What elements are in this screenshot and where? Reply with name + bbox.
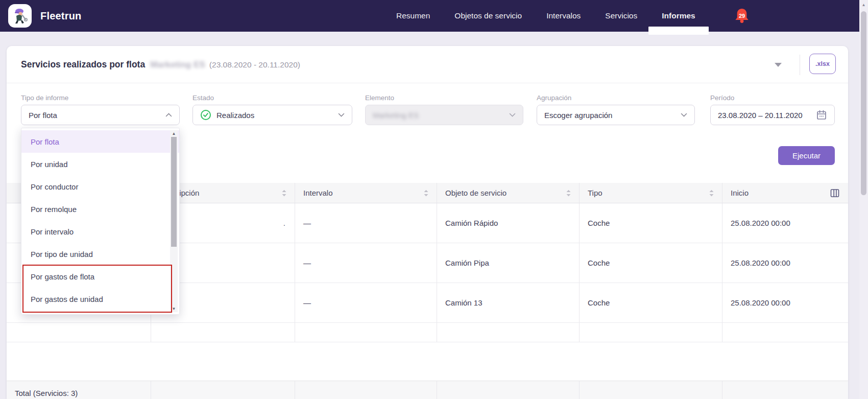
notifications-bell[interactable]: 29 [734,8,751,25]
mechanic-logo-icon [11,7,29,25]
empty-cell [7,323,151,342]
table-cell: — [295,283,437,322]
filter-label: Agrupación [537,94,695,102]
table-cell: Coche [580,283,722,322]
sort-icon[interactable] [566,190,571,197]
export-xlsx-button[interactable]: .xlsx [809,54,836,74]
dropdown-scrollbar[interactable]: ▲ ▼ [170,130,178,312]
page-scrollbar[interactable]: ▲ [859,0,868,399]
dropdown-item-por-intervalo[interactable]: Por intervalo [21,220,179,243]
table-cell: Camión Pipa [437,243,580,283]
calendar-icon[interactable] [816,109,827,121]
cell-value: — [303,259,311,267]
nav-item-resumen[interactable]: Resumen [396,0,430,32]
report-fleet-name: Marketing ES [150,60,205,70]
footer-total: Total (Servicios: 3) [15,389,78,397]
sort-icon[interactable] [282,190,286,197]
cell-value: — [303,219,311,227]
filter-element: Elemento Marketing ES [365,94,523,125]
cell-value: — [303,298,311,307]
empty-cell [151,323,295,342]
table-cell: 25.08.2020 00:00 [722,283,848,322]
status-select[interactable]: Realizados [192,105,352,125]
cell-value: Camión Pipa [445,259,489,267]
dropdown-item-por-gastos-de-unidad[interactable]: Por gastos de unidad [21,288,179,310]
dropdown-item-por-unidad[interactable]: Por unidad [21,153,179,175]
filter-label: Tipo de informe [21,94,180,102]
cell-value: Camión 13 [445,298,483,307]
dropdown-item-por-tipo-de-unidad[interactable]: Por tipo de unidad [21,243,179,265]
report-type-dropdown-menu: Por flotaPor unidadPor conductorPor remo… [21,128,180,315]
grouping-select[interactable]: Escoger agrupación [537,105,695,125]
table-cell: 25.08.2020 00:00 [722,203,848,243]
dropdown-scroll-thumb[interactable] [171,137,177,247]
footer-cell [295,381,437,399]
dropdown-item-por-gastos-de-flota[interactable]: Por gastos de flota [21,265,179,288]
period-input[interactable]: 23.08.2020 – 20.11.2020 [710,105,835,125]
table-cell: Camión Rápido [437,203,580,243]
fleetrun-logo[interactable] [8,4,32,28]
top-navbar: Fleetrun ResumenObjetos de servicioInter… [0,0,859,32]
chevron-down-icon [338,113,345,117]
header-cell-tipo: Tipo [580,183,722,203]
table-cell: — [295,203,437,243]
table-cell: Coche [580,203,722,243]
header-cell-intervalo: Intervalo [295,183,437,203]
report-type-select[interactable]: Por flota [21,105,180,125]
table-cell: — [295,243,437,283]
collapse-caret-icon[interactable] [775,63,782,67]
filter-period: Período 23.08.2020 – 20.11.2020 [710,94,835,125]
nav-item-intervalos[interactable]: Intervalos [546,0,581,32]
dropdown-item-por-remolque[interactable]: Por remolque [21,198,179,220]
dropdown-item-por-flota[interactable]: Por flota [21,130,179,153]
scrollbar-up-icon[interactable]: ▲ [859,3,868,8]
report-period-text: (23.08.2020 - 20.11.2020) [209,60,300,69]
element-select: Marketing ES [365,105,523,125]
cell-value: 25.08.2020 00:00 [731,219,790,227]
scroll-up-icon[interactable]: ▲ [170,131,178,136]
brand: Fleetrun [8,0,82,32]
dropdown-item-por-conductor[interactable]: Por conductor [21,175,179,198]
nav-item-objetos-de-servicio[interactable]: Objetos de servicio [454,0,522,32]
brand-name: Fleetrun [40,10,82,22]
column-settings-icon[interactable] [830,188,840,198]
notification-count-badge: 29 [734,13,750,19]
empty-cell [437,323,580,342]
filter-grouping: Agrupación Escoger agrupación [537,94,695,125]
check-circle-icon [200,109,211,121]
empty-cell [722,323,848,342]
empty-cell [580,323,722,342]
chevron-up-icon [165,113,172,117]
nav-item-servicios[interactable]: Servicios [605,0,637,32]
cell-value: Coche [588,298,610,307]
table-cell: 25.08.2020 00:00 [722,243,848,283]
filter-label: Estado [192,94,352,102]
chevron-down-icon [681,113,687,117]
table-empty-row [7,323,848,342]
page-scroll-thumb[interactable] [861,11,866,195]
cell-value: Coche [588,219,610,227]
sort-icon[interactable] [709,190,714,197]
table-cell: Coche [580,243,722,283]
nav-item-informes[interactable]: Informes [662,0,695,32]
filter-status: Estado Realizados [192,94,352,125]
chevron-down-icon [509,113,516,117]
filter-report-type: Tipo de informe Por flota [21,94,180,125]
column-label: Tipo [588,189,709,197]
header-divider [800,55,800,75]
column-label: Inicio [731,189,830,197]
sort-icon[interactable] [424,190,428,197]
scroll-down-icon[interactable]: ▼ [170,307,178,311]
footer-cell [437,381,580,399]
empty-cell [295,323,437,342]
report-title: Servicios realizados por flota [21,59,145,70]
cell-value: 25.08.2020 00:00 [731,259,790,267]
filter-label: Elemento [365,94,523,102]
report-card: Servicios realizados por flota Marketing… [7,46,848,399]
column-label: Intervalo [303,189,424,197]
cell-value: Coche [588,259,610,267]
main-nav: ResumenObjetos de servicioIntervalosServ… [396,0,695,32]
cell-value: 25.08.2020 00:00 [731,298,790,307]
execute-button[interactable]: Ejecutar [778,146,835,165]
footer-cell [151,381,295,399]
